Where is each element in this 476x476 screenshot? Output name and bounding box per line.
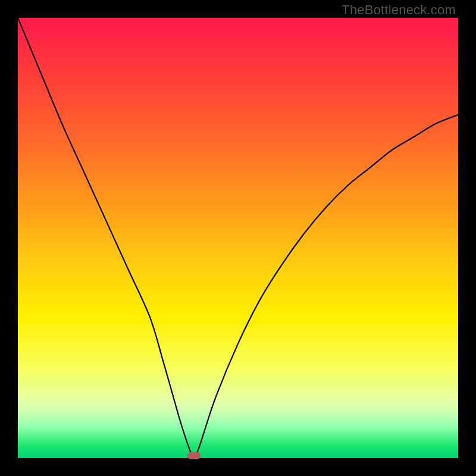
bottleneck-curve [18,18,458,458]
sweet-spot-marker [187,452,201,459]
chart-frame: TheBottleneck.com [0,0,476,476]
plot-area [18,18,458,458]
watermark-text: TheBottleneck.com [342,2,456,18]
